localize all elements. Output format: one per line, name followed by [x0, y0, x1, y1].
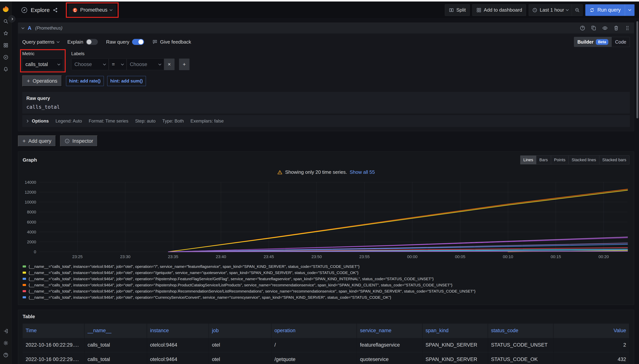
- graph-mode-stacked-lines[interactable]: Stacked lines: [568, 156, 599, 164]
- column-header-operation[interactable]: operation: [272, 324, 357, 338]
- star-icon: [3, 31, 8, 36]
- column-header-job[interactable]: job: [209, 324, 272, 338]
- legend-item[interactable]: {__name__="calls_total", instance="otelc…: [23, 263, 630, 270]
- remove-label-button[interactable]: ×: [164, 58, 174, 70]
- table-cell: otel: [209, 338, 272, 352]
- column-header-spankind[interactable]: span_kind: [422, 324, 488, 338]
- query-ref-id[interactable]: A: [28, 25, 32, 31]
- sidebar-item-dashboards[interactable]: [2, 39, 10, 51]
- graph-mode-bars[interactable]: Bars: [536, 156, 551, 164]
- legend-item-clipped: {__name__="calls_total", instance="otelc…: [23, 300, 630, 302]
- legend-swatch: [23, 290, 26, 292]
- svg-text:12000: 12000: [25, 190, 36, 194]
- explore-content: A (Prometheus): [12, 19, 639, 364]
- legend-item[interactable]: {__name__="calls_total", instance="otelc…: [23, 300, 630, 302]
- prometheus-logo-icon: [72, 8, 78, 13]
- legend-swatch: [23, 266, 26, 268]
- eye-icon[interactable]: [602, 25, 608, 31]
- legend-item[interactable]: {__name__="calls_total", instance="otelc…: [23, 282, 630, 288]
- query-row-header[interactable]: A (Prometheus): [18, 23, 634, 34]
- sidebar-item-starred[interactable]: [2, 27, 10, 39]
- sidebar-expand-button[interactable]: [8, 15, 15, 22]
- sidebar-bottom-items: [2, 325, 10, 361]
- graph-mode-points[interactable]: Points: [551, 156, 568, 164]
- page-scrollbar[interactable]: [636, 21, 638, 118]
- sidebar-item-sign-in[interactable]: [2, 325, 10, 337]
- query-patterns-dropdown[interactable]: Query patterns: [22, 39, 59, 45]
- legend-item[interactable]: {__name__="calls_total", instance="otelc…: [23, 294, 630, 300]
- add-query-button[interactable]: + Add query: [18, 136, 56, 147]
- table-row: 2022-10-16 00:22:29.655calls_totalotelco…: [23, 352, 630, 364]
- run-query-dropdown[interactable]: [625, 4, 634, 16]
- split-columns-icon: [449, 8, 454, 13]
- svg-text:10000: 10000: [25, 200, 36, 204]
- sidebar-item-help[interactable]: [2, 349, 10, 361]
- share-icon[interactable]: [53, 8, 58, 13]
- label-value-select[interactable]: Choose: [127, 58, 164, 70]
- tab-builder[interactable]: Builder Beta: [574, 37, 612, 47]
- apps-icon: [476, 8, 482, 13]
- show-all-series-link[interactable]: Show all 55: [350, 169, 375, 175]
- table-cell: featureflagservice: [357, 338, 422, 352]
- legend-label: {__name__="calls_total", instance="otelc…: [28, 289, 476, 294]
- metric-select[interactable]: calls_total: [22, 58, 63, 70]
- graph-mode-lines[interactable]: Lines: [520, 156, 536, 164]
- sidebar-item-alerting[interactable]: [2, 63, 10, 75]
- column-header-servicename[interactable]: service_name: [357, 324, 422, 338]
- query-hint-button-0[interactable]: hint: add rate(): [66, 76, 104, 86]
- column-header-instance[interactable]: instance: [147, 324, 209, 338]
- label-key-select[interactable]: Choose: [71, 58, 109, 70]
- raw-query-toggle[interactable]: [132, 39, 144, 45]
- legend-label: {__name__="calls_total", instance="otelc…: [28, 264, 360, 269]
- help-circle-icon[interactable]: [580, 25, 585, 31]
- column-header-value[interactable]: Value: [554, 324, 630, 338]
- time-range-button[interactable]: Last 1 hour: [529, 4, 572, 16]
- option-summary-item: Legend: Auto: [56, 118, 82, 124]
- query-hint-button-1[interactable]: hint: add sum(): [107, 76, 146, 86]
- datasource-picker[interactable]: Prometheus: [69, 5, 116, 16]
- column-header-time[interactable]: Time: [23, 324, 84, 338]
- add-label-button[interactable]: +: [179, 58, 190, 70]
- explain-toggle[interactable]: [86, 39, 98, 45]
- sidebar-item-grafana-logo[interactable]: [2, 3, 10, 15]
- options-expander[interactable]: Options: [26, 118, 49, 124]
- give-feedback-label: Give feedback: [160, 39, 191, 45]
- warning-text: Showing only 20 time series.: [285, 169, 347, 175]
- svg-text:00:15: 00:15: [551, 254, 561, 259]
- column-header-statuscode[interactable]: status_code: [488, 324, 554, 338]
- plus-icon: +: [183, 61, 186, 67]
- time-series-chart[interactable]: 0200040006000800010000120001400023:2523:…: [23, 180, 630, 260]
- add-operation-button[interactable]: + Operations: [22, 76, 62, 86]
- trash-icon[interactable]: [613, 25, 619, 31]
- sidebar-item-settings[interactable]: [2, 337, 10, 349]
- run-query-group: Run query: [585, 4, 634, 16]
- zoom-out-time-button[interactable]: [572, 4, 582, 16]
- drag-handle-icon[interactable]: [624, 25, 630, 31]
- raw-query-toggle-label: Raw query: [106, 39, 129, 45]
- tab-code[interactable]: Code: [612, 37, 630, 47]
- add-to-dashboard-button[interactable]: Add to dashboard: [472, 4, 526, 16]
- grafana-logo: [2, 5, 10, 14]
- add-query-label: Add query: [28, 138, 52, 144]
- sidebar-item-explore[interactable]: [2, 51, 10, 63]
- table-cell: 432: [554, 352, 630, 364]
- explore-toolbar: Explore: [12, 2, 639, 19]
- run-query-button[interactable]: Run query: [585, 4, 625, 16]
- inspector-button[interactable]: Inspector: [60, 136, 98, 147]
- column-header-name[interactable]: __name__: [84, 324, 147, 338]
- labels-field: Labels Choose =: [71, 51, 190, 70]
- graph-mode-stacked-bars[interactable]: Stacked bars: [599, 156, 629, 164]
- chevron-down-icon: [121, 62, 124, 65]
- label-operator-select[interactable]: =: [109, 58, 127, 70]
- legend-item[interactable]: {__name__="calls_total", instance="otelc…: [23, 288, 630, 294]
- legend-item[interactable]: {__name__="calls_total", instance="otelc…: [23, 276, 630, 282]
- series-limit-warning: Showing only 20 time series. Show all 55: [23, 169, 630, 175]
- legend-swatch: [23, 284, 26, 286]
- copy-icon[interactable]: [591, 25, 596, 31]
- split-button[interactable]: Split: [445, 4, 470, 16]
- times-icon: ×: [168, 61, 171, 67]
- table-cell: SPAN_KIND_SERVER: [422, 352, 488, 364]
- legend-item[interactable]: {__name__="calls_total", instance="otelc…: [23, 270, 630, 276]
- give-feedback-link[interactable]: Give feedback: [152, 39, 191, 45]
- svg-text:23:45: 23:45: [264, 254, 274, 259]
